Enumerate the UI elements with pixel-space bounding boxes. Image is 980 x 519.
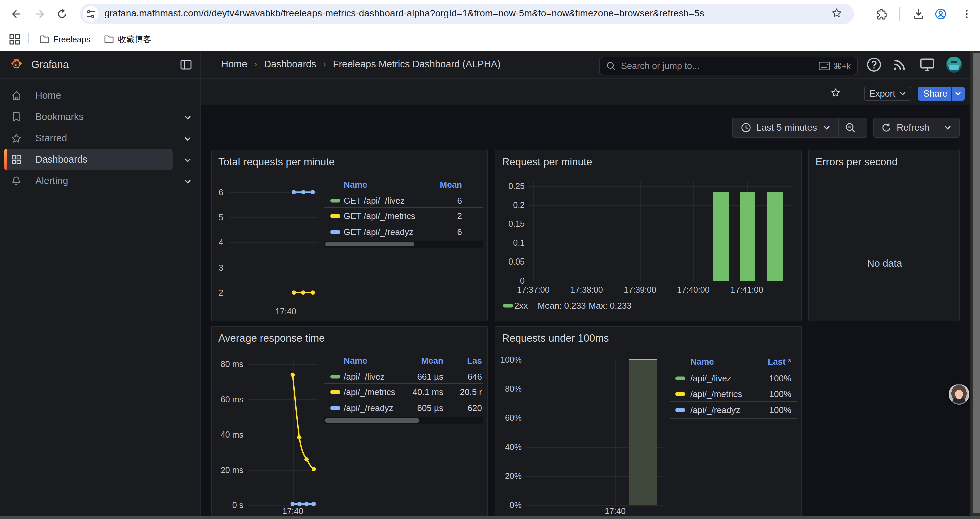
- bar: [629, 360, 657, 505]
- forward-icon[interactable]: [34, 8, 46, 20]
- refresh-icon[interactable]: [881, 123, 891, 133]
- breadcrumb-item[interactable]: Freeleaps Metrics Dashboard (ALPHA): [333, 59, 501, 70]
- sidebar-chevron-icon[interactable]: [184, 133, 195, 144]
- bookmark-item[interactable]: 收藏博客: [104, 34, 151, 45]
- tune-icon[interactable]: [86, 10, 95, 19]
- panel-title[interactable]: Errors per second: [816, 156, 897, 168]
- legend-header-name[interactable]: Name: [344, 355, 367, 366]
- panel-requests-under-100ms: Requests under 100ms100%80%60%40%20%0%17…: [495, 326, 802, 519]
- legend-max-stat: Max: 0.233: [589, 300, 632, 311]
- profile-icon[interactable]: [935, 8, 947, 20]
- bar: [713, 192, 729, 280]
- legend-series-pill[interactable]: [503, 303, 513, 307]
- legend-separator: [323, 192, 483, 192]
- legend-series-name[interactable]: /api/_/livez: [344, 372, 385, 382]
- bookmark-label: Freeleaps: [53, 35, 91, 45]
- help-icon[interactable]: [866, 57, 882, 73]
- legend-series-name[interactable]: GET /api/_/livez: [344, 195, 405, 206]
- menu-kebab-icon[interactable]: [961, 8, 973, 20]
- refresh-interval-chevron-icon[interactable]: [944, 124, 951, 131]
- sidebar-item-bookmarks[interactable]: Bookmarks: [4, 106, 173, 128]
- breadcrumb-item[interactable]: Home: [221, 59, 247, 70]
- sidebar-chevron-icon[interactable]: [184, 154, 195, 165]
- refresh-label[interactable]: Refresh: [897, 122, 929, 133]
- apps-grid-icon[interactable]: [10, 34, 20, 45]
- legend-header-las[interactable]: Las: [442, 355, 482, 366]
- bookmark-icon: [11, 111, 22, 123]
- legend-series-pill[interactable]: [330, 199, 340, 203]
- sidebar-item-alerting[interactable]: Alerting: [4, 170, 173, 192]
- rss-icon[interactable]: [892, 57, 908, 73]
- legend-scrollbar-thumb[interactable]: [325, 418, 419, 423]
- legend-value: 6: [409, 195, 462, 206]
- legend-series-name[interactable]: /api/_/metrics: [690, 389, 742, 399]
- window-bottom-edge: [0, 516, 980, 519]
- share-button[interactable]: Share: [918, 86, 965, 101]
- extensions-icon[interactable]: [876, 8, 888, 20]
- legend-mean-stat: Mean: 0.233: [538, 300, 586, 311]
- floating-assistant-avatar[interactable]: [949, 384, 969, 405]
- gridline-h: [528, 281, 792, 281]
- panel-title[interactable]: Requests under 100ms: [502, 332, 609, 344]
- bookmark-item[interactable]: Freeleaps: [39, 34, 91, 45]
- legend-series-pill[interactable]: [675, 408, 686, 412]
- sidebar-item-starred[interactable]: Starred: [4, 128, 173, 149]
- legend-series-name[interactable]: /api/_/readyz: [690, 405, 740, 415]
- legend-separator: [670, 418, 797, 419]
- legend-scrollbar-thumb[interactable]: [325, 242, 414, 246]
- apps-icon: [11, 154, 22, 165]
- sidebar-chevron-icon[interactable]: [184, 176, 195, 186]
- zoom-out-icon[interactable]: [845, 122, 856, 133]
- favorite-star-icon[interactable]: [830, 88, 841, 97]
- page-scrollbar-thumb[interactable]: [973, 53, 980, 513]
- reload-icon[interactable]: [56, 8, 68, 20]
- legend-series-pill[interactable]: [675, 376, 686, 380]
- legend-series-pill[interactable]: [330, 230, 340, 234]
- download-icon[interactable]: [913, 8, 924, 20]
- y-axis-label: 100%: [495, 355, 522, 364]
- sidebar-chevron-icon[interactable]: [184, 112, 195, 122]
- gridline-h: [528, 186, 792, 187]
- legend-series-pill[interactable]: [330, 406, 340, 410]
- sidebar-item-home[interactable]: Home: [4, 85, 173, 106]
- bookmark-star-icon[interactable]: [831, 8, 842, 18]
- export-button[interactable]: Export: [864, 86, 911, 101]
- breadcrumb: Home›Dashboards›Freeleaps Metrics Dashbo…: [221, 59, 501, 70]
- search-input[interactable]: Search or jump to... ⌘+k: [599, 57, 858, 75]
- breadcrumb-item[interactable]: Dashboards: [264, 59, 316, 70]
- legend-series-name[interactable]: /api/_/livez: [690, 373, 732, 383]
- time-range-label[interactable]: Last 5 minutes: [756, 122, 817, 133]
- y-axis-label: 80%: [495, 384, 522, 393]
- legend-header-name[interactable]: Name: [344, 179, 367, 190]
- legend-separator: [323, 383, 483, 384]
- time-range-chevron-icon[interactable]: [823, 124, 830, 131]
- user-avatar[interactable]: [946, 57, 962, 73]
- back-icon[interactable]: [10, 8, 22, 20]
- legend-series-pill[interactable]: [330, 214, 340, 218]
- sidebar-item-dashboards[interactable]: Dashboards: [4, 149, 173, 170]
- legend-series-pill[interactable]: [330, 375, 340, 379]
- share-chevron-icon[interactable]: [955, 90, 961, 97]
- subheader-separator: [859, 87, 859, 100]
- legend-series-name[interactable]: GET /api/_/readyz: [344, 227, 413, 237]
- bookmark-label: 收藏博客: [118, 34, 151, 45]
- grafana-logo[interactable]: [10, 58, 23, 71]
- url-text[interactable]: grafana.mathmast.com/d/deytv4rwavabkb/fr…: [104, 8, 705, 19]
- monitor-icon[interactable]: [919, 57, 935, 73]
- url-bar[interactable]: grafana.mathmast.com/d/deytv4rwavabkb/fr…: [80, 4, 854, 24]
- panel-title[interactable]: Request per minute: [502, 156, 592, 168]
- legend-series-pill[interactable]: [675, 393, 686, 396]
- legend-header-mean[interactable]: Mean: [403, 355, 443, 366]
- brand-name[interactable]: Grafana: [31, 59, 69, 71]
- legend-series-name[interactable]: /api/_/metrics: [344, 387, 395, 398]
- legend-series-pill[interactable]: [330, 390, 340, 394]
- legend-series-name[interactable]: 2xx: [514, 300, 528, 311]
- legend-series-name[interactable]: /api/_/readyz: [344, 403, 393, 413]
- legend-header-mean[interactable]: Mean: [422, 179, 462, 190]
- legend-series-name[interactable]: GET /api/_/metrics: [344, 211, 415, 221]
- timegroup-separator: [838, 118, 839, 137]
- legend-header-name[interactable]: Name: [690, 356, 714, 367]
- legend-header-last[interactable]: Last *: [751, 356, 791, 367]
- folder-icon: [39, 34, 49, 45]
- dock-menu-icon[interactable]: [180, 59, 192, 71]
